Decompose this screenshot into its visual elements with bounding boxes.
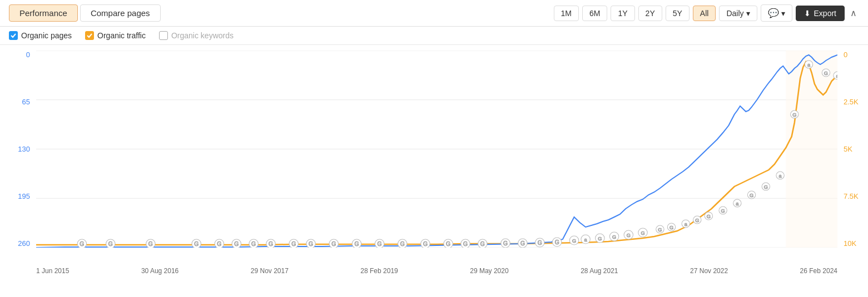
x-label-1: 30 Aug 2016 (141, 267, 178, 275)
svg-text:G: G (503, 240, 508, 246)
svg-text:G: G (572, 238, 576, 244)
tab-compare-pages[interactable]: Compare pages (80, 4, 161, 22)
legend-organic-traffic[interactable]: Organic traffic (85, 31, 146, 40)
svg-text:G: G (695, 218, 699, 223)
svg-text:G: G (269, 241, 273, 247)
x-label-6: 27 Nov 2022 (690, 267, 728, 275)
y-label-260: 260 (18, 239, 30, 248)
svg-text:G: G (148, 241, 153, 247)
x-label-4: 29 May 2020 (470, 267, 508, 275)
tab-performance[interactable]: Performance (9, 4, 78, 22)
svg-text:G: G (764, 184, 768, 190)
organic-pages-line (36, 55, 837, 248)
checkbox-organic-traffic (85, 31, 94, 40)
comment-dropdown[interactable]: 💬 ▾ (761, 4, 792, 22)
svg-text:G: G (555, 239, 559, 245)
x-label-0: 1 Jun 2015 (36, 267, 69, 275)
svg-text:G: G (463, 241, 468, 247)
svg-text:G: G (423, 241, 428, 247)
svg-text:G: G (400, 241, 405, 247)
chart-svg: G G G G G G G G G G G G G G (36, 51, 837, 248)
x-label-2: 29 Nov 2017 (251, 267, 289, 275)
svg-text:G: G (792, 112, 796, 118)
svg-text:G: G (598, 236, 602, 241)
range-5y[interactable]: 5Y (666, 6, 690, 21)
svg-text:G: G (707, 214, 711, 219)
organic-traffic-line (36, 62, 837, 245)
download-icon: ⬇ (804, 9, 811, 18)
range-2y[interactable]: 2Y (638, 6, 662, 21)
range-1y[interactable]: 1Y (611, 6, 634, 21)
svg-text:G: G (612, 234, 616, 240)
svg-text:G: G (658, 227, 662, 233)
svg-text:G: G (217, 241, 221, 247)
svg-text:G: G (194, 241, 199, 247)
svg-text:a: a (836, 73, 837, 79)
collapse-button[interactable]: ∧ (848, 6, 859, 21)
y-label-5k: 5K (844, 145, 852, 153)
svg-text:G: G (520, 240, 525, 246)
svg-text:G: G (750, 193, 753, 198)
svg-text:G: G (669, 225, 673, 230)
y-label-10k: 10K (844, 239, 856, 248)
svg-text:G: G (331, 241, 336, 247)
export-button[interactable]: ⬇ Export (796, 6, 845, 21)
y-label-7.5k: 7.5K (844, 192, 859, 200)
y-axis-right: 10K 7.5K 5K 2.5K 0 (839, 51, 868, 248)
checkbox-organic-keywords (159, 31, 168, 40)
svg-text:G: G (627, 233, 631, 238)
legend-bar: Organic pages Organic traffic Organic ke… (0, 27, 868, 45)
range-6m[interactable]: 6M (582, 6, 607, 21)
y-label-0-right: 0 (844, 51, 847, 59)
chevron-down-icon: ▾ (781, 9, 785, 18)
comment-icon: 💬 (768, 8, 779, 18)
svg-text:G: G (108, 241, 113, 247)
svg-text:G: G (480, 241, 485, 247)
checkbox-organic-pages (9, 31, 18, 40)
y-label-130: 130 (18, 145, 30, 153)
y-axis-left: 260 195 130 65 0 (0, 51, 34, 248)
y-label-2.5k: 2.5K (844, 98, 859, 106)
svg-text:a: a (685, 222, 688, 227)
x-label-7: 26 Feb 2024 (800, 267, 837, 275)
svg-rect-5 (786, 51, 837, 248)
svg-text:G: G (446, 241, 450, 247)
y-label-65: 65 (22, 98, 30, 106)
svg-text:a: a (584, 237, 588, 243)
svg-text:G: G (291, 241, 296, 247)
controls-group: 1M 6M 1Y 2Y 5Y All Daily ▾ 💬 ▾ ⬇ Export … (554, 4, 859, 22)
svg-text:G: G (251, 241, 256, 247)
x-label-3: 28 Feb 2019 (360, 267, 398, 275)
svg-text:G: G (309, 241, 313, 247)
svg-text:G: G (354, 241, 359, 247)
svg-text:G: G (80, 241, 84, 247)
range-all[interactable]: All (693, 6, 716, 21)
chart-area: 260 195 130 65 0 10K 7.5K 5K 2.5K 0 G (0, 45, 868, 278)
svg-text:G: G (538, 240, 542, 246)
y-label-195: 195 (18, 192, 30, 200)
legend-organic-pages[interactable]: Organic pages (9, 31, 72, 40)
svg-text:a: a (778, 173, 782, 179)
update-markers: G G G G G G G G G G G G G G (77, 61, 837, 248)
top-bar: Performance Compare pages 1M 6M 1Y 2Y 5Y… (0, 0, 868, 27)
x-axis: 1 Jun 2015 30 Aug 2016 29 Nov 2017 28 Fe… (36, 267, 837, 275)
svg-text:G: G (721, 208, 725, 214)
svg-text:G: G (378, 241, 382, 247)
range-1m[interactable]: 1M (554, 6, 579, 21)
daily-dropdown[interactable]: Daily ▾ (719, 6, 757, 21)
y-label-0: 0 (26, 51, 30, 59)
svg-text:G: G (641, 230, 644, 236)
chevron-down-icon: ▾ (746, 9, 750, 18)
legend-organic-keywords[interactable]: Organic keywords (159, 31, 234, 40)
svg-text:G: G (234, 241, 239, 247)
svg-text:G: G (824, 71, 828, 76)
x-label-5: 28 Aug 2021 (581, 267, 618, 275)
tab-group: Performance Compare pages (9, 4, 161, 22)
